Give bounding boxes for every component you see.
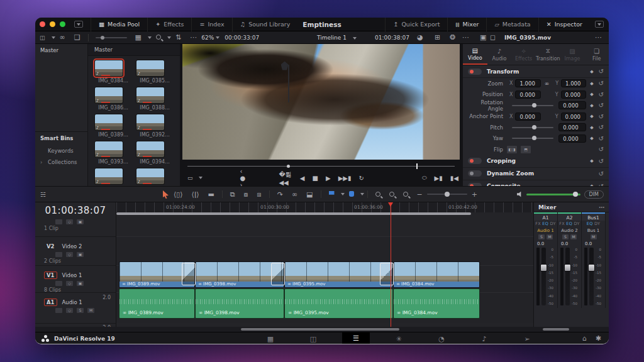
speaker-icon[interactable] — [517, 192, 523, 197]
sort-icon[interactable]: ⇅ — [175, 33, 181, 41]
media-clip-item[interactable]: ♪IMG_0388... — [136, 87, 174, 111]
video-frame[interactable] — [182, 44, 460, 160]
page-deliver[interactable]: ➢ — [513, 332, 541, 344]
clone-tool-icon[interactable]: ∞ — [60, 33, 65, 41]
track-lock-icon[interactable] — [55, 252, 62, 257]
detail-zoom-icon[interactable] — [389, 190, 394, 199]
timeline-selector[interactable]: Timeline 1 — [317, 35, 347, 41]
media-clip-item[interactable]: ♪IMG_0393... — [94, 141, 132, 165]
yaw-slider[interactable] — [512, 138, 553, 139]
maximize-window-button[interactable] — [60, 21, 65, 27]
bin-master[interactable]: Master — [35, 44, 87, 57]
reset-icon[interactable]: ↺ — [599, 68, 604, 75]
mute-button[interactable]: M — [547, 234, 553, 239]
keyframe-icon[interactable]: ◆ — [590, 114, 593, 119]
timeline-scroll-band[interactable] — [116, 212, 471, 215]
overwrite-clip-icon[interactable]: ⧇ — [244, 190, 248, 199]
timeline-audio-clip[interactable]: ∞ IMG_0395.mov — [284, 288, 393, 319]
timeline-audio-clip[interactable]: ∞ IMG_0384.mov — [393, 288, 480, 319]
link-xy-icon[interactable]: ∞ — [545, 80, 550, 87]
page-edit[interactable]: ☰ — [342, 332, 370, 344]
dynamic-zoom-section-header[interactable]: Dynamic Zoom ↺ — [463, 168, 609, 180]
wipe-mode-icon[interactable]: ◕ — [417, 33, 423, 41]
pitch-slider[interactable] — [512, 127, 553, 128]
scrubber-dot[interactable] — [287, 165, 290, 168]
timeline-ruler[interactable]: 01:00:24:00 01:00:30:00 01:00:36:00 01:0… — [116, 202, 533, 212]
tab-sound-library[interactable]: ♫ Sound Library — [232, 18, 298, 31]
minimize-window-button[interactable] — [50, 21, 55, 27]
zoom-x-field[interactable]: 1.000 — [515, 79, 540, 87]
track-header-v3[interactable]: ◇▣ 1 Clip — [35, 217, 116, 236]
media-clip-item[interactable]: ♪IMG_0384... — [94, 60, 132, 84]
multicam-icon[interactable]: ⊞ — [435, 33, 440, 41]
media-clip-item[interactable]: ♪IMG_0394... — [136, 141, 174, 165]
track-lock-icon[interactable] — [55, 219, 62, 224]
flip-vertical-button[interactable]: ⬒ — [521, 146, 531, 153]
reset-icon[interactable]: ↺ — [599, 146, 604, 153]
solo-button[interactable]: S — [538, 234, 545, 239]
timeline-horizontal-scrollbar[interactable] — [241, 328, 399, 331]
viewer-scrubber[interactable] — [182, 163, 460, 170]
reset-icon[interactable]: ↺ — [599, 158, 604, 165]
razor-tool-icon[interactable]: ▬ — [208, 190, 214, 199]
rotation-slider[interactable] — [512, 105, 553, 106]
track-enable-icon[interactable]: ▣ — [77, 281, 84, 286]
inspector-button[interactable]: ✕ Inspector — [538, 18, 590, 31]
page-media[interactable]: ▦ — [257, 332, 284, 344]
rotation-field[interactable]: 0.000 — [558, 101, 586, 109]
panel-layout-toggle[interactable] — [74, 21, 83, 28]
inspector-tab-video[interactable]: ▤Video — [463, 44, 487, 65]
tab-effects[interactable]: ✦ Effects — [147, 18, 191, 31]
metadata-button[interactable]: ▱ Metadata — [486, 18, 538, 31]
insert-clip-icon[interactable]: ⧉ — [230, 190, 235, 199]
transform-section-header[interactable]: Transform ◆ ↺ — [463, 65, 609, 78]
anchor-y-field[interactable]: 0.000 — [561, 112, 587, 121]
keyframe-icon[interactable]: ◆ — [590, 136, 593, 141]
reset-icon[interactable]: ↺ — [599, 113, 604, 120]
pitch-field[interactable]: 0.000 — [558, 123, 586, 131]
safe-area-icon[interactable]: ▭ — [187, 175, 193, 181]
inspector-tab-file[interactable]: ❏File — [584, 44, 609, 65]
workspace-toggle[interactable] — [595, 21, 604, 28]
solo-button[interactable]: S — [562, 234, 569, 239]
clip-inspector-icon[interactable]: ▣ — [480, 33, 486, 41]
fader[interactable] — [541, 248, 546, 305]
home-icon[interactable]: ⌂ — [582, 334, 587, 343]
timeline-playhead[interactable] — [391, 202, 391, 327]
dynamic-trim-mode-icon[interactable]: ⟨ǀ⟩ — [192, 190, 199, 199]
search-icon[interactable] — [156, 33, 161, 41]
reset-icon[interactable]: ↺ — [599, 91, 604, 98]
marker-icon[interactable] — [349, 190, 354, 199]
sync-bin-icon[interactable]: ❑ — [74, 33, 80, 41]
track-enable-icon[interactable]: ▣ — [77, 219, 84, 224]
prev-edit-icon[interactable]: ▮◀ — [450, 175, 458, 182]
zoom-y-field[interactable]: 1.000 — [561, 79, 586, 87]
grid-view-icon[interactable]: ▦ — [135, 33, 142, 41]
mute-button[interactable]: M — [87, 308, 94, 313]
auto-select-icon[interactable]: ◇ — [66, 252, 73, 257]
inspector-tab-audio[interactable]: ♪Audio — [487, 44, 512, 65]
tab-index[interactable]: ≡ Index — [191, 18, 231, 31]
track-lock-icon[interactable] — [55, 281, 62, 286]
track-header-a1[interactable]: A1Audio 12.0 ◇SM — [35, 292, 116, 323]
inspector-tab-effects[interactable]: ✧Effects — [511, 44, 536, 65]
timeline-view-options-icon[interactable]: ☵ — [40, 191, 46, 198]
track-enable-icon[interactable]: ▣ — [77, 252, 84, 257]
jog-control[interactable]: ‹ ● › — [240, 168, 253, 189]
more-options-icon[interactable]: ⋯ — [190, 33, 197, 41]
retime-curve-icon[interactable]: ↷ — [277, 190, 283, 199]
dynamic-zoom-toggle[interactable] — [468, 170, 482, 177]
timeline-audio-clip[interactable]: ∞ IMG_0398.mov — [195, 288, 284, 319]
stop-button[interactable]: ■ — [312, 175, 318, 182]
media-clip-item[interactable]: ♪IMG_0385... — [136, 60, 174, 84]
trim-edit-mode-icon[interactable]: ⟨▯⟩ — [174, 190, 183, 199]
bin-list-view-icon[interactable]: ◫ — [40, 35, 45, 41]
mixer-button[interactable]: ⫾⫾ Mixer — [447, 18, 486, 31]
reset-icon[interactable]: ↺ — [599, 80, 604, 87]
viewer-more-icon[interactable]: ⋯ — [462, 33, 469, 41]
mixer-more-icon[interactable]: ⋯ — [599, 204, 604, 211]
keyframe-icon[interactable]: ◆ — [590, 92, 593, 97]
position-y-field[interactable]: 0.000 — [561, 90, 587, 99]
scrubber-playhead[interactable] — [416, 163, 418, 169]
keyframe-icon[interactable]: ◆ — [590, 125, 593, 130]
